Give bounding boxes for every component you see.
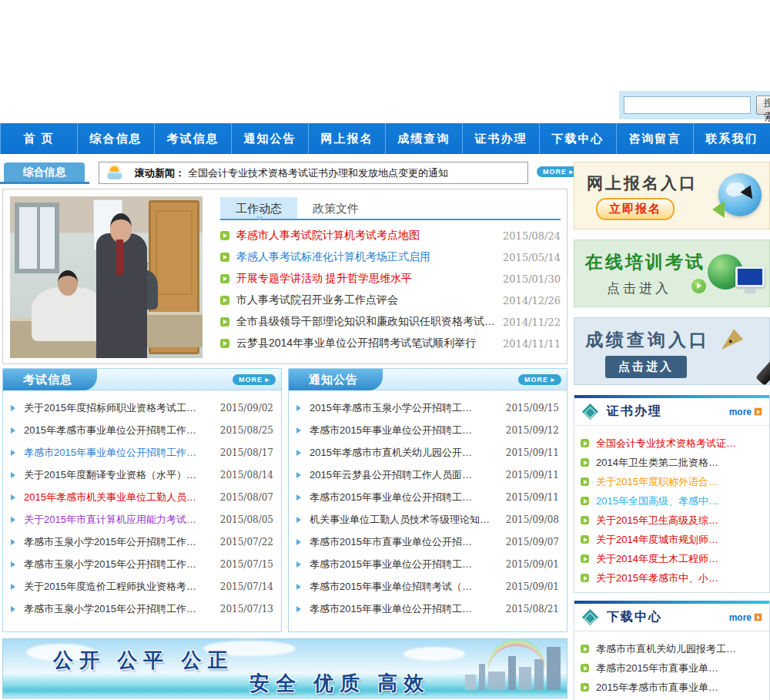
news-link[interactable]: 关于2015年度翻译专业资格（水平）…: [24, 468, 216, 482]
news-link[interactable]: 2015年云梦县公开招聘工作人员面…: [310, 468, 501, 482]
news-date: 2015/08/25: [220, 425, 273, 436]
notices-more-button[interactable]: MORE ▸: [518, 374, 561, 385]
news-link[interactable]: 孝感市玉泉小学2015年公开招聘工作…: [24, 558, 216, 571]
nav-item[interactable]: 通知公告: [231, 123, 308, 154]
list-row: 孝感市2015年事业单位公开招聘工… 2015/09/01: [296, 553, 559, 575]
list-row: 关于2015年卫生高级及综…: [581, 511, 763, 530]
news-link[interactable]: 市人事考试院召开业务工作点评会: [236, 293, 497, 307]
news-date: 2015/09/11: [506, 492, 559, 503]
news-date: 2015/09/02: [220, 403, 273, 414]
notices-list: 2015年孝感市玉泉小学公开招聘工… 2015/09/15 孝感市2015年事业…: [289, 390, 567, 620]
news-link[interactable]: 关于2015年卫生高级及综…: [596, 514, 763, 528]
news-link[interactable]: 全市县级领导干部理论知识和廉政知识任职资格考试…: [236, 315, 497, 329]
triangle-bullet-icon: [296, 539, 304, 545]
triangle-bullet-icon: [296, 561, 304, 568]
news-link[interactable]: 孝感市人事考试院计算机考试考点地图: [236, 229, 497, 243]
news-link[interactable]: 孝感市2015年事业单位公开招聘工…: [310, 424, 501, 437]
nav-item[interactable]: 考试信息: [154, 123, 231, 154]
news-link[interactable]: 全国会计专业技术资格考试证…: [596, 437, 763, 450]
news-link[interactable]: 2015年孝感市事业单位公开招聘工作…: [24, 424, 216, 437]
triangle-bullet-icon: [296, 450, 304, 456]
ticker-news-link[interactable]: 全国会计专业技术资格考试证书办理和发放地点变更的通知: [188, 166, 448, 180]
tab-work-news[interactable]: 工作动态: [220, 197, 297, 219]
score-query-widget[interactable]: 成绩查询入口 点击进入: [574, 317, 770, 385]
news-link[interactable]: 2014年卫生类第二批资格…: [596, 456, 763, 470]
triangle-bullet-icon: [296, 606, 304, 612]
news-link[interactable]: 2015年孝感市机关事业单位工勤人员…: [24, 491, 216, 504]
news-link[interactable]: 孝感市玉泉小学2015年公开招聘工作…: [24, 602, 216, 616]
news-link[interactable]: 孝感市2015年事业单位公开招聘工…: [310, 491, 501, 504]
nav-item[interactable]: 下载中心: [539, 123, 616, 154]
online-training-widget[interactable]: 在线培训考试 点击进入: [574, 239, 770, 307]
news-link[interactable]: 孝感人事考试标准化计算机考场正式启用: [236, 250, 497, 264]
right-column: 网上报名入口 立即报名 在线培训考试 点击进入 成绩查询入口 点击进入 证书办理…: [570, 154, 770, 700]
nav-item[interactable]: 成绩查询: [385, 123, 462, 154]
news-link[interactable]: 孝感市2015年事业单位公开招聘工作…: [24, 446, 216, 460]
cert-box: 证书办理 more 全国会计专业技术资格考试证… 2014年卫生类第二批资格…: [574, 395, 770, 593]
notices-panel: 通知公告 MORE ▸ 2015年孝感市玉泉小学公开招聘工… 2015/09/1…: [288, 368, 567, 632]
news-link[interactable]: 孝感市2015年市直事业单…: [596, 661, 763, 675]
cert-more-link[interactable]: more: [729, 407, 762, 417]
news-link[interactable]: 2015年孝感市市直机关幼儿园公开…: [310, 446, 501, 460]
list-row: 孝感市2015年市直事业单位公开招… 2015/09/07: [296, 531, 559, 553]
news-link[interactable]: 2015年孝感市市直事业单…: [596, 681, 763, 695]
download-more-link[interactable]: more: [729, 612, 762, 623]
news-link[interactable]: 关于2015年市直计算机应用能力考试…: [24, 513, 216, 527]
general-info-tab[interactable]: 综合信息: [4, 162, 85, 182]
news-link[interactable]: 关于2015年孝感市中、小…: [596, 571, 763, 585]
nav-item[interactable]: 联系我们: [693, 123, 770, 154]
notices-title[interactable]: 通知公告: [289, 369, 383, 390]
search-button[interactable]: 搜索: [756, 95, 770, 115]
list-row: 2015年孝感市机关事业单位工勤人员… 2015/08/07: [11, 486, 273, 508]
news-link[interactable]: 孝感市市直机关幼儿园报考工…: [596, 642, 763, 656]
news-row: 孝感人事考试标准化计算机考场正式启用 2015/05/14: [220, 246, 561, 268]
nav-item[interactable]: 首 页: [0, 123, 77, 154]
score-enter-button[interactable]: 点击进入: [605, 356, 687, 378]
ticker-row: 综合信息 滚动新闻： 全国会计专业技术资格考试证书办理和发放地点变更的通知 MO…: [0, 154, 570, 189]
nav-item[interactable]: 网上报名: [308, 123, 385, 154]
news-link[interactable]: 关于2014年度城市规划师…: [596, 533, 763, 547]
news-date: 2015/09/08: [506, 514, 559, 525]
list-row: 机关事业单位工勤人员技术等级理论知… 2015/09/08: [296, 508, 559, 531]
diamond-icon: [582, 609, 598, 625]
news-link[interactable]: 关于2015年度职称外语合…: [596, 475, 763, 489]
news-link[interactable]: 关于2014年度土木工程师…: [596, 552, 763, 566]
nav-item[interactable]: 咨询留言: [616, 123, 693, 154]
news-date: 2015/08/24: [503, 230, 561, 242]
news-link[interactable]: 孝感市2015年事业单位公开招聘工…: [310, 602, 501, 616]
news-date: 2014/12/26: [503, 295, 561, 306]
news-link[interactable]: 关于2015年度造价工程师执业资格考…: [24, 580, 216, 594]
news-link[interactable]: 关于2015年度招标师职业资格考试工…: [24, 401, 216, 415]
news-link[interactable]: 孝感市玉泉小学2015年公开招聘工作…: [24, 535, 216, 549]
news-link[interactable]: 孝感市2015年事业单位公开招聘工…: [310, 558, 501, 571]
green-arrow-icon: [220, 274, 229, 283]
nav-item[interactable]: 证书办理: [462, 123, 539, 154]
news-link[interactable]: 2015年孝感市玉泉小学公开招聘工…: [310, 401, 501, 415]
green-arrow-icon: [581, 535, 589, 544]
news-link[interactable]: 孝感市2015年事业单位招聘考试（…: [310, 580, 501, 594]
tab-policy-files[interactable]: 政策文件: [297, 197, 374, 219]
exam-info-title[interactable]: 考试信息: [3, 369, 97, 390]
search-input[interactable]: [624, 96, 751, 114]
photo-desk: [142, 312, 203, 347]
online-signup-widget[interactable]: 网上报名入口 立即报名: [574, 162, 770, 229]
news-date: 2015/09/15: [506, 403, 559, 414]
news-date: 2015/09/01: [506, 559, 559, 570]
triangle-bullet-icon: [11, 405, 18, 411]
list-row: 关于2015年度造价工程师执业资格考… 2015/07/14: [11, 575, 273, 598]
news-link[interactable]: 云梦县2014年事业单位公开招聘考试笔试顺利举行: [236, 337, 497, 350]
nav-item[interactable]: 综合信息: [77, 123, 154, 154]
green-arrow-icon: [581, 439, 589, 447]
news-link[interactable]: 开展专题学讲活动 提升哲学思维水平: [236, 272, 497, 286]
news-link[interactable]: 孝感市2015年市直事业单位公开招…: [310, 535, 501, 549]
triangle-bullet-icon: [296, 584, 304, 590]
signup-now-button[interactable]: 立即报名: [596, 198, 675, 220]
training-enter-label[interactable]: 点击进入: [607, 280, 671, 297]
news-link[interactable]: 机关事业单位工勤人员技术等级理论知…: [310, 513, 501, 527]
green-arrow-icon: [220, 231, 229, 240]
exam-info-more-button[interactable]: MORE ▸: [233, 374, 276, 385]
weather-icon: [107, 166, 127, 180]
two-column-panels: 考试信息 MORE ▸ 关于2015年度招标师职业资格考试工… 2015/09/…: [2, 368, 567, 632]
download-list: 孝感市市直机关幼儿园报考工… 孝感市2015年市直事业单… 2015年孝感市市直…: [574, 631, 769, 700]
news-link[interactable]: 2015年全国高级、孝感中…: [596, 494, 763, 508]
